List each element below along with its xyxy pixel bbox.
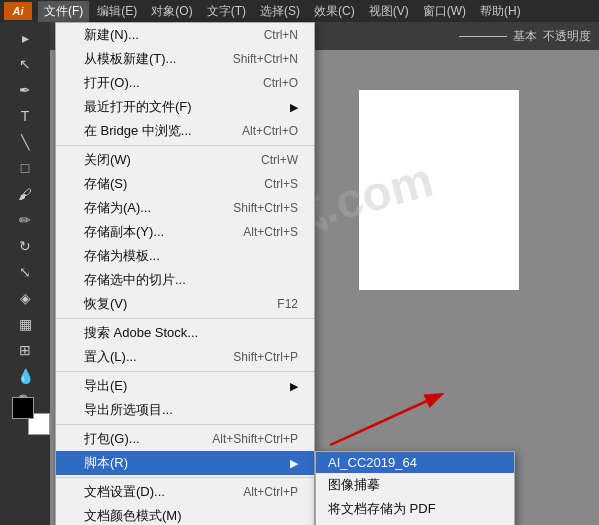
- menu-doc-settings-shortcut: Alt+Ctrl+P: [223, 485, 298, 499]
- menu-open[interactable]: 打开(O)... Ctrl+O: [56, 71, 314, 95]
- sep1: [56, 145, 314, 146]
- tool-rotate[interactable]: ↻: [13, 234, 37, 258]
- menu-new-template-shortcut: Shift+Ctrl+N: [213, 52, 298, 66]
- submenu-save-svg[interactable]: 将文档存储为 SVG: [316, 521, 514, 525]
- menu-bridge[interactable]: 在 Bridge 中浏览... Alt+Ctrl+O: [56, 119, 314, 143]
- menu-save-label: 存储(S): [84, 175, 127, 193]
- menu-save-as[interactable]: 存储为(A)... Shift+Ctrl+S: [56, 196, 314, 220]
- menu-export-selected-label: 导出所选项目...: [84, 401, 173, 419]
- submenu-save-pdf-label: 将文档存储为 PDF: [328, 500, 436, 518]
- menu-new-template-label: 从模板新建(T)...: [84, 50, 176, 68]
- menu-export[interactable]: 导出(E) ▶: [56, 374, 314, 398]
- menu-new[interactable]: 新建(N)... Ctrl+N: [56, 23, 314, 47]
- menu-place-label: 置入(L)...: [84, 348, 137, 366]
- menu-package-label: 打包(G)...: [84, 430, 140, 448]
- menu-effect[interactable]: 效果(C): [308, 1, 361, 22]
- artboard: [359, 90, 519, 290]
- line-style-label: ————: [459, 29, 507, 43]
- menu-save-template-label: 存储为模板...: [84, 247, 160, 265]
- tool-brush[interactable]: 🖌: [13, 182, 37, 206]
- menu-object[interactable]: 对象(O): [145, 1, 198, 22]
- menu-close[interactable]: 关闭(W) Ctrl+W: [56, 148, 314, 172]
- toolbar-right: ———— 基本 不透明度: [459, 28, 591, 45]
- submenu-save-pdf[interactable]: 将文档存储为 PDF: [316, 497, 514, 521]
- menu-place[interactable]: 置入(L)... Shift+Ctrl+P: [56, 345, 314, 369]
- foreground-color[interactable]: [12, 397, 34, 419]
- menu-scripts-label: 脚本(R): [84, 454, 128, 472]
- menu-select[interactable]: 选择(S): [254, 1, 306, 22]
- menu-save-copy[interactable]: 存储副本(Y)... Alt+Ctrl+S: [56, 220, 314, 244]
- menu-export-selected[interactable]: 导出所选项目...: [56, 398, 314, 422]
- tools-panel: ▸ ↖ ✒ T ╲ □ 🖌 ✏ ↻ ⤡ ◈ ▦ ⊞ 💧 🔍: [0, 22, 50, 525]
- menu-open-label: 打开(O)...: [84, 74, 140, 92]
- menu-new-label: 新建(N)...: [84, 26, 139, 44]
- menu-save-slices[interactable]: 存储选中的切片...: [56, 268, 314, 292]
- submenu-image-trace[interactable]: 图像捕摹: [316, 473, 514, 497]
- menu-recent-arrow: ▶: [290, 101, 298, 114]
- sep5: [56, 477, 314, 478]
- menu-export-arrow: ▶: [290, 380, 298, 393]
- tool-line[interactable]: ╲: [13, 130, 37, 154]
- menu-revert-shortcut: F12: [257, 297, 298, 311]
- menu-save[interactable]: 存储(S) Ctrl+S: [56, 172, 314, 196]
- workspace-label: 基本: [513, 28, 537, 45]
- menu-package-shortcut: Alt+Shift+Ctrl+P: [192, 432, 298, 446]
- tool-blend[interactable]: ◈: [13, 286, 37, 310]
- menu-help[interactable]: 帮助(H): [474, 1, 527, 22]
- menu-save-copy-label: 存储副本(Y)...: [84, 223, 164, 241]
- menu-save-template[interactable]: 存储为模板...: [56, 244, 314, 268]
- menu-new-shortcut: Ctrl+N: [244, 28, 298, 42]
- menu-stock-label: 搜索 Adobe Stock...: [84, 324, 198, 342]
- app-logo: Ai: [4, 2, 32, 20]
- menu-save-copy-shortcut: Alt+Ctrl+S: [223, 225, 298, 239]
- menu-export-label: 导出(E): [84, 377, 127, 395]
- color-boxes: [12, 397, 50, 435]
- tool-eyedrop[interactable]: 💧: [13, 364, 37, 388]
- menu-save-slices-label: 存储选中的切片...: [84, 271, 186, 289]
- menu-close-shortcut: Ctrl+W: [241, 153, 298, 167]
- scripts-submenu: AI_CC2019_64 图像捕摹 将文档存储为 PDF 将文档存储为 SVG …: [315, 451, 515, 525]
- menu-color-mode-label: 文档颜色模式(M): [84, 507, 182, 525]
- submenu-ai-cc[interactable]: AI_CC2019_64: [316, 452, 514, 473]
- menu-open-shortcut: Ctrl+O: [243, 76, 298, 90]
- menu-scripts[interactable]: 脚本(R) ▶ AI_CC2019_64 图像捕摹 将文档存储为 PDF 将文档…: [56, 451, 314, 475]
- menu-window[interactable]: 窗口(W): [417, 1, 472, 22]
- file-menu-dropdown: 新建(N)... Ctrl+N 从模板新建(T)... Shift+Ctrl+N…: [55, 22, 315, 525]
- menu-revert[interactable]: 恢复(V) F12: [56, 292, 314, 316]
- tool-mesh[interactable]: ⊞: [13, 338, 37, 362]
- tool-pen[interactable]: ✒: [13, 78, 37, 102]
- menu-bar: Ai 文件(F) 编辑(E) 对象(O) 文字(T) 选择(S) 效果(C) 视…: [0, 0, 599, 22]
- menu-stock[interactable]: 搜索 Adobe Stock...: [56, 321, 314, 345]
- sep4: [56, 424, 314, 425]
- menu-revert-label: 恢复(V): [84, 295, 127, 313]
- menu-bridge-shortcut: Alt+Ctrl+O: [222, 124, 298, 138]
- tool-rect[interactable]: □: [13, 156, 37, 180]
- menu-recent-label: 最近打开的文件(F): [84, 98, 192, 116]
- sep2: [56, 318, 314, 319]
- menu-new-template[interactable]: 从模板新建(T)... Shift+Ctrl+N: [56, 47, 314, 71]
- menu-doc-settings-label: 文档设置(D)...: [84, 483, 165, 501]
- menu-save-shortcut: Ctrl+S: [244, 177, 298, 191]
- tool-gradient[interactable]: ▦: [13, 312, 37, 336]
- menu-edit[interactable]: 编辑(E): [91, 1, 143, 22]
- tool-direct[interactable]: ↖: [13, 52, 37, 76]
- menu-file[interactable]: 文件(F): [38, 1, 89, 22]
- submenu-ai-cc-label: AI_CC2019_64: [328, 455, 417, 470]
- menu-doc-settings[interactable]: 文档设置(D)... Alt+Ctrl+P: [56, 480, 314, 504]
- menu-close-label: 关闭(W): [84, 151, 131, 169]
- tool-select[interactable]: ▸: [13, 26, 37, 50]
- menu-type[interactable]: 文字(T): [201, 1, 252, 22]
- tool-scale[interactable]: ⤡: [13, 260, 37, 284]
- menu-package[interactable]: 打包(G)... Alt+Shift+Ctrl+P: [56, 427, 314, 451]
- menu-save-as-label: 存储为(A)...: [84, 199, 151, 217]
- sep3: [56, 371, 314, 372]
- opacity-label: 不透明度: [543, 28, 591, 45]
- menu-save-as-shortcut: Shift+Ctrl+S: [213, 201, 298, 215]
- menu-bridge-label: 在 Bridge 中浏览...: [84, 122, 192, 140]
- tool-pencil[interactable]: ✏: [13, 208, 37, 232]
- menu-recent[interactable]: 最近打开的文件(F) ▶: [56, 95, 314, 119]
- menu-view[interactable]: 视图(V): [363, 1, 415, 22]
- tool-text[interactable]: T: [13, 104, 37, 128]
- menu-color-mode[interactable]: 文档颜色模式(M): [56, 504, 314, 525]
- submenu-image-trace-label: 图像捕摹: [328, 476, 380, 494]
